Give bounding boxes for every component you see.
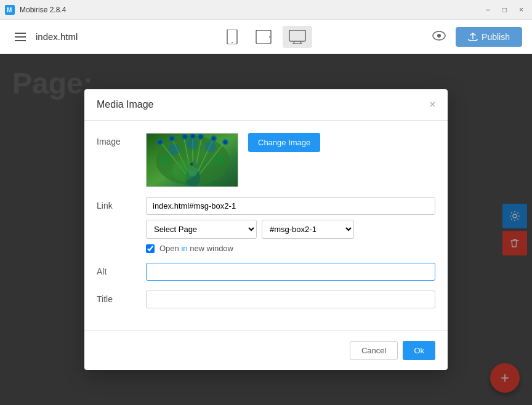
open-new-window-label: Open in new window <box>159 244 233 253</box>
svg-point-26 <box>182 134 188 140</box>
svg-point-37 <box>188 164 198 177</box>
device-switcher <box>220 26 312 48</box>
svg-point-22 <box>157 139 163 145</box>
tablet-view-button[interactable] <box>249 26 278 48</box>
svg-rect-13 <box>147 134 238 187</box>
link-form-content: Select Page #msg-box2-1 Open in new wind… <box>146 197 435 253</box>
app-title: Mobirise 2.8.4 <box>20 6 477 14</box>
svg-point-36 <box>185 168 200 187</box>
alt-row: Alt <box>97 263 435 281</box>
upload-icon <box>468 33 478 41</box>
alt-label: Alt <box>97 263 146 276</box>
svg-point-39 <box>190 163 193 166</box>
peacock-svg <box>147 134 238 187</box>
svg-point-30 <box>198 134 204 140</box>
main-toolbar: index.html <box>0 20 532 54</box>
app-icon: M <box>5 5 15 15</box>
svg-point-3 <box>232 42 233 43</box>
image-form-content: Change Image <box>146 133 435 187</box>
svg-point-27 <box>183 135 187 138</box>
image-row: Image <box>97 133 435 187</box>
window-controls: − □ × <box>482 4 527 15</box>
svg-rect-4 <box>256 30 271 44</box>
titlebar: M Mobirise 2.8.4 − □ × <box>0 0 532 20</box>
select-anchor-dropdown[interactable]: #msg-box2-1 <box>262 220 354 239</box>
svg-point-31 <box>199 135 203 138</box>
modal-overlay: Media Image × Image <box>0 54 532 405</box>
hamburger-button[interactable] <box>10 28 31 46</box>
title-label: Title <box>97 291 146 304</box>
svg-line-20 <box>193 137 214 183</box>
tablet-icon <box>256 30 272 44</box>
svg-point-24 <box>169 135 175 142</box>
svg-point-11 <box>437 34 441 38</box>
content-area: Page: Media Image × Image <box>0 54 532 405</box>
svg-line-17 <box>183 135 193 183</box>
link-label: Link <box>97 197 146 211</box>
select-page-dropdown[interactable]: Select Page <box>146 220 257 239</box>
svg-point-35 <box>224 140 227 144</box>
maximize-button[interactable]: □ <box>499 4 510 15</box>
desktop-view-button[interactable] <box>283 26 312 48</box>
svg-line-16 <box>171 137 193 183</box>
link-row: Link Select Page #msg-box2-1 <box>97 197 435 253</box>
open-new-window-row: Open in new window <box>146 244 435 253</box>
hamburger-line-2 <box>15 36 26 38</box>
minimize-button[interactable]: − <box>482 4 494 15</box>
eye-icon <box>432 31 446 41</box>
svg-line-21 <box>193 140 227 183</box>
modal-footer: Cancel Ok <box>84 331 448 370</box>
close-button[interactable]: × <box>515 4 527 15</box>
image-label: Image <box>97 133 146 146</box>
toolbar-right: Publish <box>432 27 522 47</box>
title-row: Title <box>97 291 435 308</box>
ok-button[interactable]: Ok <box>403 341 435 360</box>
svg-point-23 <box>158 140 162 144</box>
svg-point-29 <box>191 134 195 138</box>
svg-point-38 <box>188 161 197 170</box>
alt-input[interactable] <box>146 263 435 281</box>
desktop-icon <box>289 30 306 44</box>
modal-body: Image <box>84 121 448 331</box>
svg-point-28 <box>190 134 196 139</box>
svg-point-32 <box>211 135 217 142</box>
modal-title: Media Image <box>97 99 154 110</box>
svg-point-34 <box>222 139 228 145</box>
preview-button[interactable] <box>432 30 446 44</box>
image-preview <box>146 133 238 187</box>
title-form-content <box>146 291 435 308</box>
modal-close-button[interactable]: × <box>430 100 435 110</box>
link-selects: Select Page #msg-box2-1 <box>146 220 435 239</box>
svg-point-25 <box>170 137 174 140</box>
modal-header: Media Image × <box>84 89 448 121</box>
cancel-button[interactable]: Cancel <box>350 341 398 360</box>
change-image-button[interactable]: Change Image <box>248 133 320 152</box>
publish-button[interactable]: Publish <box>456 27 522 47</box>
hamburger-line-1 <box>15 33 26 34</box>
svg-point-5 <box>269 36 270 38</box>
title-input[interactable] <box>146 291 435 308</box>
hamburger-line-3 <box>15 40 26 41</box>
mobile-icon <box>226 30 238 44</box>
link-input[interactable] <box>146 197 435 215</box>
svg-line-19 <box>193 135 202 183</box>
svg-point-14 <box>156 136 230 185</box>
svg-rect-6 <box>289 30 305 41</box>
alt-form-content <box>146 263 435 281</box>
open-highlight: in <box>181 244 187 253</box>
open-new-window-checkbox[interactable] <box>146 244 155 253</box>
svg-text:M: M <box>7 7 12 14</box>
mobile-view-button[interactable] <box>220 26 244 48</box>
media-image-modal: Media Image × Image <box>84 89 448 370</box>
svg-point-33 <box>212 137 216 140</box>
svg-line-15 <box>159 140 193 183</box>
